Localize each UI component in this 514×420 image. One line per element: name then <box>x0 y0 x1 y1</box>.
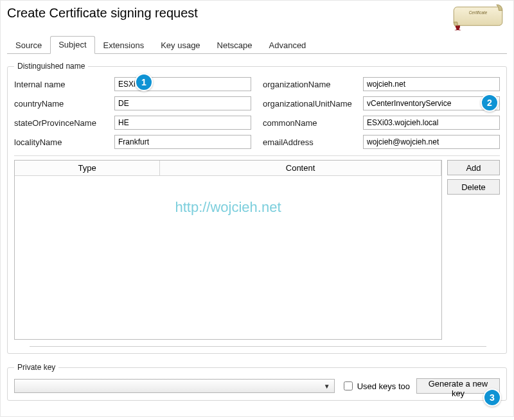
input-internal-name[interactable] <box>114 77 251 91</box>
label-organizational-unit-name: organizationalUnitName <box>263 99 359 109</box>
label-country-name: countryName <box>14 99 111 109</box>
col-type[interactable]: Type <box>15 161 160 176</box>
input-organization-name[interactable] <box>363 77 500 91</box>
input-common-name[interactable] <box>363 116 500 130</box>
private-key-combobox[interactable]: ▼ <box>14 379 335 393</box>
csr-dialog: Create Certificate signing request Certi… <box>0 0 514 417</box>
input-email-address[interactable] <box>363 135 500 149</box>
col-content[interactable]: Content <box>160 161 441 176</box>
input-locality-name[interactable] <box>114 135 251 149</box>
input-country-name[interactable] <box>114 96 251 110</box>
generate-new-key-button[interactable]: Generate a new key <box>416 378 500 394</box>
private-key-legend: Private key <box>14 363 58 372</box>
svg-text:Certificate: Certificate <box>469 10 488 15</box>
used-keys-too-label: Used keys too <box>357 381 410 391</box>
watermark-text: http://wojcieh.net <box>15 199 441 216</box>
scroll-logo: Certificate <box>449 4 507 31</box>
used-keys-too-box[interactable] <box>344 381 353 390</box>
input-state-or-province[interactable] <box>114 116 251 130</box>
label-internal-name: Internal name <box>14 80 111 89</box>
distinguished-name-group: Distinguished name Internal name country… <box>7 62 507 354</box>
divider-bottom <box>30 346 486 347</box>
dn-extra-list[interactable]: Type Content http://wojcieh.net <box>14 160 442 340</box>
divider <box>14 155 500 156</box>
chevron-down-icon: ▼ <box>324 383 330 390</box>
label-email-address: emailAddress <box>263 137 359 147</box>
delete-button[interactable]: Delete <box>447 179 500 195</box>
label-organization-name: organizationName <box>263 80 359 89</box>
tab-extensions[interactable]: Extensions <box>95 37 153 54</box>
used-keys-too-checkbox[interactable]: Used keys too <box>341 380 410 392</box>
page-title: Create Certificate signing request <box>7 6 198 21</box>
add-button[interactable]: Add <box>447 160 500 175</box>
tab-bar: Source Subject Extensions Key usage Nets… <box>7 35 507 54</box>
private-key-group: Private key ▼ Used keys too Generate a n… <box>7 363 507 401</box>
tab-netscape[interactable]: Netscape <box>209 37 261 54</box>
label-state-or-province: stateOrProvinceName <box>14 118 111 128</box>
label-common-name: commonName <box>263 118 359 128</box>
tab-subject[interactable]: Subject <box>50 36 94 54</box>
tab-advanced[interactable]: Advanced <box>261 37 315 54</box>
tab-key-usage[interactable]: Key usage <box>152 37 208 54</box>
label-locality-name: localityName <box>14 137 111 147</box>
tab-source[interactable]: Source <box>7 37 50 54</box>
distinguished-name-legend: Distinguished name <box>14 62 88 71</box>
input-organizational-unit-name[interactable] <box>363 96 500 110</box>
